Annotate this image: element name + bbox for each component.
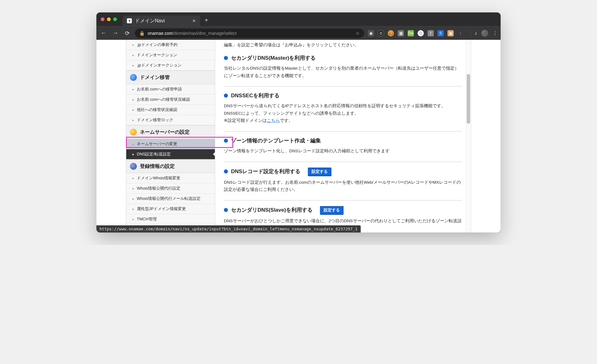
extension-icon[interactable]: 🍪 <box>388 30 394 36</box>
partial-text-top: 編集」を設定ご希望の場合は『お申込み』をクリックしてください。 <box>215 40 471 49</box>
sidebar-item-label: ドメインオークション <box>137 52 177 58</box>
section-title: セカンダリDNS(Master)を利用する <box>231 54 316 62</box>
sidebar-item-label: 属性型JPドメイン情報変更 <box>137 206 186 212</box>
globe-icon <box>130 74 137 81</box>
sidebar-item-label: ドメインWhois情報変更 <box>137 175 180 181</box>
sidebar-item[interactable]: ドメインWhois情報変更 <box>126 173 215 183</box>
sidebar: .jpドメインの事前予約 ドメインオークション .jpドメインオークション ドメ… <box>126 40 215 233</box>
main-panel: 編集」を設定ご希望の場合は『お申込み』をクリックしてください。 セカンダリDNS… <box>215 40 471 233</box>
forward-button[interactable]: → <box>111 30 119 36</box>
sidebar-item-label: .jpドメインの事前予約 <box>137 42 178 48</box>
window-titlebar: ✦ ドメインNavi ✕ + <box>96 12 501 26</box>
sidebar-item-label: Whois情報公開代行メール転送設定 <box>137 196 201 201</box>
section-dns-record: DNSレコード設定を利用する 設定する DNSレコード設定が行えます。お名前.c… <box>224 162 462 200</box>
tab-close-icon[interactable]: ✕ <box>192 18 196 23</box>
sidebar-item[interactable]: お名前.comへの移管申請 <box>126 84 215 94</box>
sidebar-category-label: 登録情報の設定 <box>140 163 175 170</box>
tab-favicon: ✦ <box>127 18 132 23</box>
bullet-icon <box>224 208 228 212</box>
tab-title: ドメインNavi <box>135 18 165 24</box>
sidebar-item-label: DNS設定/転送設定 <box>137 151 171 157</box>
extension-icon[interactable]: S <box>437 30 444 36</box>
traffic-lights <box>101 17 117 21</box>
sidebar-item[interactable]: お名前.comへの移管状況確認 <box>126 94 215 105</box>
sidebar-category-registration-info[interactable]: 登録情報の設定 <box>126 159 215 173</box>
section-dnssec: DNSSECを利用する DNSサーバーから送られてくるIPアドレスとホスト名の対… <box>224 86 462 131</box>
section-body: 当社レンタルDNSの設定情報をMasterとして、セカンダリを別の業者のネームサ… <box>224 65 462 79</box>
sidebar-item[interactable]: .jpドメインオークション <box>126 60 215 71</box>
section-body: DNSサーバーから送られてくるIPアドレスとホスト名の対応情報の信頼性を証明する… <box>224 102 462 124</box>
profile-avatar[interactable] <box>481 30 488 37</box>
close-window-button[interactable] <box>101 17 104 21</box>
sidebar-item-label: ドメイン移管ロック <box>137 117 173 123</box>
sidebar-item[interactable]: ドメインオークション <box>126 50 215 60</box>
sidebar-item-label: TMCH管理 <box>137 216 157 222</box>
sidebar-item-label: お名前.comへの移管申請 <box>137 86 182 92</box>
section-body: DNSレコード設定が行えます。お名前.comのネームサーバーを使い他社Web/メ… <box>224 179 462 193</box>
page-content: .jpドメインの事前予約 ドメインオークション .jpドメインオークション ドメ… <box>126 40 471 233</box>
configure-button[interactable]: 設定する <box>308 168 331 176</box>
extension-icon[interactable]: ⊙ <box>378 30 384 36</box>
sidebar-item-label: .jpドメインオークション <box>137 62 182 68</box>
sidebar-item[interactable]: 属性型JPドメイン情報変更 <box>126 204 215 214</box>
sidebar-item-label: 他社への移管状況確認 <box>137 107 177 113</box>
url-host: onamae.com <box>148 31 173 36</box>
extension-icon[interactable]: f <box>428 30 434 36</box>
sidebar-item[interactable]: TMCH管理 <box>126 214 215 224</box>
address-bar[interactable]: 🔒 onamae.com /domain/navi/dns_manage/sel… <box>135 29 364 38</box>
bullet-icon <box>224 94 228 98</box>
minimize-window-button[interactable] <box>107 17 111 21</box>
section-body: ゾーン情報をテンプレート化し、DNSレコード設定時の入力補助として利用できます <box>224 147 462 155</box>
configure-button[interactable]: 設定する <box>320 206 344 214</box>
status-bar: https://www.onamae.com/domain/navi/ns_up… <box>96 225 361 233</box>
browser-menu-right: ♪ ⋮ <box>470 30 497 37</box>
sidebar-item-label: ネームサーバーの変更 <box>137 141 177 147</box>
sidebar-category-domain-transfer[interactable]: ドメイン移管 <box>126 71 215 84</box>
browser-tab[interactable]: ✦ ドメインNavi ✕ <box>123 16 200 26</box>
status-url: https://www.onamae.com/domain/navi/ns_up… <box>100 227 358 231</box>
browser-window: ✦ ドメインNavi ✕ + ← → ⟳ 🔒 onamae.com /domai… <box>96 12 501 233</box>
sidebar-item[interactable]: .jpドメインの事前予約 <box>126 40 215 50</box>
section-title: DNSレコード設定を利用する <box>231 168 300 175</box>
sidebar-category-nameserver[interactable]: ネームサーバーの設定 <box>126 125 215 139</box>
section-secondary-dns-master: セカンダリDNS(Master)を利用する 当社レンタルDNSの設定情報をMas… <box>224 49 462 86</box>
kebab-menu-icon[interactable]: ⋮ <box>493 30 497 36</box>
bullet-icon <box>224 56 228 60</box>
sidebar-item-label: Whois情報公開代行設定 <box>137 186 180 191</box>
lock-icon: 🔒 <box>139 31 145 36</box>
bullet-icon <box>224 169 228 173</box>
section-title: ゾーン情報のテンプレート作成・編集 <box>231 137 321 144</box>
sidebar-item[interactable]: Whois情報公開代行メール転送設定 <box>126 194 215 204</box>
extension-icon[interactable]: G <box>418 30 424 36</box>
dnssec-domains-link[interactable]: こちら <box>267 118 280 123</box>
extension-icon[interactable]: Dw <box>408 30 414 36</box>
scrollbar-thumb[interactable] <box>467 74 470 124</box>
sidebar-item[interactable]: Whois情報公開代行設定 <box>126 183 215 194</box>
section-title: セカンダリDNS(Slave)を利用する <box>231 206 312 214</box>
extension-icon[interactable]: ▣ <box>447 30 454 36</box>
back-button[interactable]: ← <box>100 30 108 36</box>
sidebar-item-nameserver-change[interactable]: ネームサーバーの変更 <box>126 139 215 149</box>
scrollbar[interactable] <box>466 40 471 233</box>
extension-icon[interactable]: ▦ <box>398 30 404 36</box>
section-title: DNSSECを利用する <box>231 92 280 99</box>
wrench-icon <box>130 129 137 136</box>
sidebar-category-label: ドメイン移管 <box>140 74 170 81</box>
extension-icon[interactable]: ⁝ <box>457 30 464 36</box>
url-path: /domain/navi/dns_manage/select <box>173 31 237 36</box>
maximize-window-button[interactable] <box>113 17 117 21</box>
page-viewport: .jpドメインの事前予約 ドメインオークション .jpドメインオークション ドメ… <box>96 40 501 233</box>
sidebar-item-dns-settings[interactable]: DNS設定/転送設定 <box>126 149 215 159</box>
extension-icon[interactable]: ◉ <box>368 30 374 36</box>
sidebar-item-label: お名前.comへの移管状況確認 <box>137 97 190 102</box>
browser-toolbar: ← → ⟳ 🔒 onamae.com /domain/navi/dns_mana… <box>96 26 501 40</box>
media-control-icon[interactable]: ♪ <box>470 30 477 36</box>
sidebar-item[interactable]: 他社への移管状況確認 <box>126 105 215 115</box>
new-tab-button[interactable]: + <box>205 17 208 24</box>
sidebar-item[interactable]: ドメイン移管ロック <box>126 115 215 125</box>
sidebar-category-label: ネームサーバーの設定 <box>140 129 190 136</box>
bookmark-star-icon[interactable]: ☆ <box>356 31 360 36</box>
section-zone-template: ゾーン情報のテンプレート作成・編集 ゾーン情報をテンプレート化し、DNSレコード… <box>224 131 462 162</box>
reload-button[interactable]: ⟳ <box>123 30 131 37</box>
disc-icon <box>130 163 137 170</box>
